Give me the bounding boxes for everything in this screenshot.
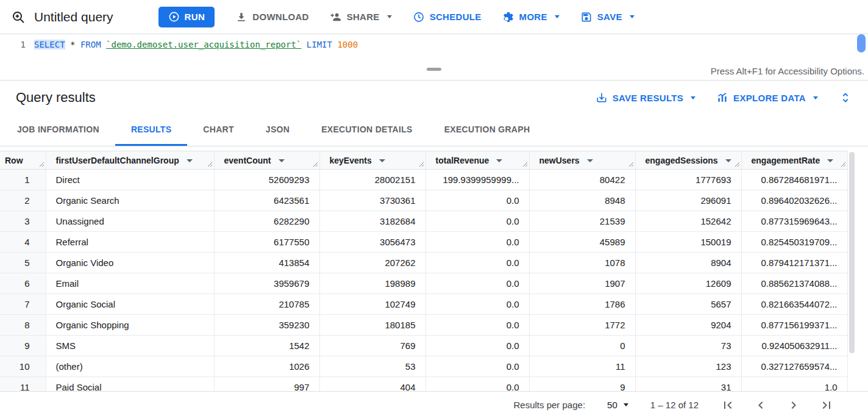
table-row: 1Direct5260929328002151199.9399959999...…: [0, 170, 847, 190]
sort-caret-icon[interactable]: [379, 159, 385, 162]
column-resize-handle[interactable]: [522, 162, 528, 167]
cell-eventCount: 3959679: [214, 273, 319, 294]
column-header-firstUserDefaultChannelGroup[interactable]: firstUserDefaultChannelGroup: [46, 151, 214, 170]
cell-eventCount: 997: [214, 377, 319, 392]
sort-caret-icon[interactable]: [187, 159, 193, 162]
tab-job-information[interactable]: JOB INFORMATION: [1, 115, 115, 146]
column-resize-handle[interactable]: [419, 162, 424, 167]
tab-chart[interactable]: CHART: [187, 115, 250, 146]
column-header-row[interactable]: Row: [0, 151, 46, 170]
column-label: Row: [5, 156, 23, 165]
sql-editor[interactable]: 1 SELECT * FROM `demo.demoset.user_acqui…: [0, 34, 868, 63]
next-page-button[interactable]: [786, 398, 801, 413]
explore-data-button[interactable]: EXPLORE DATA: [716, 92, 818, 104]
run-button-label: RUN: [185, 12, 205, 22]
save-button[interactable]: SAVE: [580, 11, 635, 23]
cell-eventCount: 52609293: [214, 170, 319, 190]
sort-caret-icon[interactable]: [827, 159, 833, 162]
cell-eventCount: 6282290: [214, 211, 319, 232]
last-page-button[interactable]: [819, 398, 834, 413]
schedule-button-label: SCHEDULE: [430, 12, 482, 22]
editor-resize-handle[interactable]: [427, 68, 441, 71]
table-row: 7Organic Social2107851027490.0178656570.…: [0, 294, 847, 315]
column-header-totalRevenue[interactable]: totalRevenue: [425, 151, 529, 170]
table-row: 10(other)1026530.0111230.327127659574...: [0, 356, 847, 377]
pagination-bar: Results per page: 50 1 – 12 of 12: [0, 391, 868, 418]
sql-token: [101, 40, 106, 49]
person-add-icon: [330, 11, 342, 23]
tab-execution-details[interactable]: EXECUTION DETAILS: [305, 115, 429, 146]
scrollbar-thumb[interactable]: [849, 152, 855, 353]
column-resize-handle[interactable]: [313, 162, 318, 167]
tab-json[interactable]: JSON: [250, 115, 305, 146]
column-resize-handle[interactable]: [841, 162, 846, 167]
page-size-value: 50: [607, 400, 617, 410]
download-button[interactable]: DOWNLOAD: [235, 11, 308, 23]
page-size-select[interactable]: 50: [607, 400, 628, 410]
column-resize-handle[interactable]: [735, 162, 740, 167]
cell-row: 7: [0, 294, 46, 315]
prev-page-button[interactable]: [753, 398, 768, 413]
play-circle-icon: [168, 11, 180, 23]
column-resize-handle[interactable]: [39, 162, 44, 167]
first-page-button[interactable]: [720, 398, 735, 413]
sort-caret-icon[interactable]: [587, 159, 593, 162]
editor-footer-strip: Press Alt+F1 for Accessibility Options.: [0, 63, 868, 81]
expand-results-button[interactable]: [839, 91, 852, 104]
column-resize-handle[interactable]: [207, 162, 213, 167]
editor-scrollbar[interactable]: [857, 34, 866, 52]
share-button[interactable]: SHARE: [330, 11, 392, 23]
chevron-left-icon: [753, 398, 768, 413]
more-button[interactable]: MORE: [502, 11, 560, 23]
column-header-engagedSessions[interactable]: engagedSessions: [635, 151, 741, 170]
cell-firstUserDefaultChannelGroup: (other): [46, 356, 214, 377]
column-header-newUsers[interactable]: newUsers: [529, 151, 635, 170]
cell-totalRevenue: 0.0: [425, 232, 529, 253]
column-label: totalRevenue: [436, 156, 489, 165]
column-header-eventCount[interactable]: eventCount: [214, 151, 319, 170]
results-per-page-label: Results per page:: [514, 400, 586, 410]
tab-results[interactable]: RESULTS: [115, 115, 187, 146]
save-results-button[interactable]: SAVE RESULTS: [596, 92, 695, 104]
cell-engagedSessions: 9204: [635, 315, 741, 336]
cell-eventCount: 413854: [214, 253, 319, 273]
column-label: eventCount: [224, 156, 271, 165]
tab-execution-graph[interactable]: EXECUTION GRAPH: [429, 115, 546, 146]
cell-totalRevenue: 0.0: [425, 253, 529, 273]
results-tabs: JOB INFORMATIONRESULTSCHARTJSONEXECUTION…: [0, 115, 868, 146]
cell-firstUserDefaultChannelGroup: Organic Search: [46, 190, 214, 211]
cell-engagedSessions: 31: [635, 377, 741, 392]
cell-engagedSessions: 12609: [635, 273, 741, 294]
chevron-down-icon: [555, 15, 560, 18]
cell-eventCount: 1026: [214, 356, 319, 377]
cell-newUsers: 8948: [529, 190, 635, 211]
run-button[interactable]: RUN: [158, 7, 215, 27]
save-results-label: SAVE RESULTS: [613, 93, 683, 103]
table-row: 11Paid Social9974040.09311.0: [0, 377, 847, 392]
column-header-keyEvents[interactable]: keyEvents: [319, 151, 425, 170]
cell-keyEvents: 28002151: [319, 170, 425, 190]
chevron-down-icon: [630, 15, 635, 18]
cell-engagementRate: 0.867284681971...: [741, 170, 847, 190]
sort-caret-icon[interactable]: [496, 159, 502, 162]
sort-caret-icon[interactable]: [279, 159, 285, 162]
cell-row: 8: [0, 315, 46, 336]
schedule-button[interactable]: SCHEDULE: [413, 11, 482, 23]
column-header-engagementRate[interactable]: engagementRate: [741, 151, 847, 170]
table-header-row: RowfirstUserDefaultChannelGroupeventCoun…: [0, 151, 847, 170]
sql-token: FROM: [80, 40, 101, 49]
cell-engagementRate: 0.879412171371...: [741, 253, 847, 273]
cell-firstUserDefaultChannelGroup: Unassigned: [46, 211, 214, 232]
table-vertical-scrollbar[interactable]: [847, 151, 856, 391]
download-icon: [235, 11, 247, 23]
cell-row: 4: [0, 232, 46, 253]
save-icon: [580, 11, 592, 23]
chevron-down-icon: [691, 96, 695, 99]
cell-firstUserDefaultChannelGroup: SMS: [46, 336, 214, 356]
cell-engagementRate: 0.825450319709...: [741, 232, 847, 253]
sort-caret-icon[interactable]: [725, 159, 731, 162]
cell-firstUserDefaultChannelGroup: Organic Social: [46, 294, 214, 315]
cell-keyEvents: 198989: [319, 273, 425, 294]
query-compose-icon: [11, 10, 26, 24]
column-resize-handle[interactable]: [628, 162, 634, 167]
